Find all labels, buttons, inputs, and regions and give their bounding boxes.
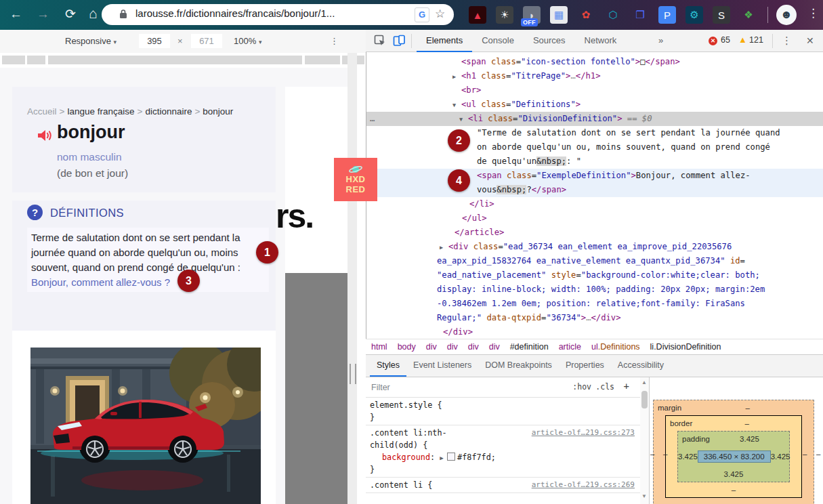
dom-tree-node[interactable]: vous&nbsp;?</span> <box>366 183 823 197</box>
device-mode-select[interactable]: Responsive ▾ <box>65 36 117 46</box>
car-ad-image[interactable] <box>30 348 261 504</box>
breadcrumb-node[interactable]: div <box>489 342 500 352</box>
margin-top-value[interactable]: – <box>681 400 814 415</box>
dom-tree-node[interactable]: </article> <box>366 226 823 240</box>
reload-icon[interactable]: ⟳ <box>65 6 76 22</box>
tab-dom-breakpoints[interactable]: DOM Breakpoints <box>478 355 559 377</box>
dom-tree-node[interactable]: </ul> <box>366 211 823 226</box>
dom-tree-node[interactable]: Regular;" data-qtxpid="36734">…</div> <box>366 311 823 325</box>
breadcrumb-node[interactable]: body <box>398 342 416 352</box>
scroll-down-icon[interactable]: ▼ <box>641 493 647 499</box>
screenshot-extension[interactable]: ▦ <box>550 6 568 24</box>
url-text[interactable]: larousse.fr/dictionnaires/francais/bonjo… <box>135 7 335 19</box>
margin-bottom-value[interactable]: – <box>654 498 814 504</box>
style-rule[interactable]: .content li:nth-article-olf…219.css:273c… <box>366 425 640 478</box>
style-rule-line[interactable]: .content li {article-olf…219.css:269 <box>366 479 640 491</box>
dom-tree-node[interactable]: …▼<li class="DivisionDefinition"> == $0 <box>366 112 823 126</box>
pushbullet-extension[interactable]: P <box>658 6 676 24</box>
breadcrumb-node[interactable]: div <box>447 342 458 352</box>
breadcrumb-node[interactable]: #definition <box>510 342 549 352</box>
style-rule-line[interactable]: } <box>366 463 640 476</box>
color-swatch[interactable] <box>447 453 455 461</box>
dom-tree-node[interactable]: ▶<h1 class="TitrePage">…</h1> <box>366 69 823 83</box>
style-rule[interactable]: .content li {article-olf…219.css:269 <box>366 478 640 493</box>
viewport-width-input[interactable]: 395 <box>139 34 170 48</box>
pronounce-speaker-icon[interactable] <box>37 128 53 143</box>
address-bar[interactable]: larousse.fr/dictionnaires/francais/bonjo… <box>102 4 454 25</box>
tab-properties[interactable]: Properties <box>559 355 611 377</box>
dom-tree-node[interactable]: -0.38462em 1.2em 0em; position: relative… <box>366 297 823 311</box>
breadcrumb-node[interactable]: html <box>371 342 387 352</box>
breadcrumb-node[interactable]: article <box>559 342 581 352</box>
styles-filter-input[interactable] <box>370 380 542 395</box>
device-toolbar-toggle-icon[interactable] <box>393 35 406 47</box>
tab-network[interactable]: Network <box>575 30 627 52</box>
profile-avatar[interactable]: ☻ <box>776 5 797 25</box>
dom-tree-node[interactable]: de quelqu'un&nbsp;: " <box>366 154 823 169</box>
viewport-height-input[interactable]: 671 <box>191 34 222 48</box>
breadcrumb-node[interactable]: ul.Definitions <box>591 342 640 352</box>
acrobat-extension[interactable]: ▲ <box>469 6 486 24</box>
adblock-off-extension[interactable]: ◗OFF <box>523 6 541 24</box>
hxd-red-extension-badge[interactable]: HXD RED <box>334 158 377 201</box>
word-class-link[interactable]: nom masculin <box>57 151 122 163</box>
dom-tree-node[interactable]: "Terme de salutation dont on se sert pen… <box>366 126 823 140</box>
warning-icon[interactable]: ▲ <box>738 35 747 45</box>
dom-tree-node[interactable]: </div> <box>366 325 823 339</box>
tab-event-listeners[interactable]: Event Listeners <box>406 355 478 377</box>
twisty-collapsed-icon[interactable]: ▶ <box>452 70 461 84</box>
margin-left-value[interactable]: – <box>663 448 667 459</box>
scroll-up-icon[interactable]: ▲ <box>641 379 647 385</box>
twisty-expanded-icon[interactable]: ▼ <box>459 112 468 127</box>
lightbulb-extension[interactable]: ☀ <box>496 6 513 24</box>
gear-extension[interactable]: ⚙ <box>685 6 703 24</box>
node-menu-dots-icon[interactable]: … <box>370 112 375 126</box>
inspect-element-icon[interactable] <box>374 35 386 47</box>
box-model-content[interactable]: 336.450 × 83.200 <box>698 450 771 463</box>
stylesheet-link[interactable]: article-olf…219.css:269 <box>532 479 635 491</box>
twisty-collapsed-icon[interactable]: ▶ <box>440 240 448 255</box>
box-model-border[interactable]: border – padding 3.425 3.425 336.450 × 8… <box>665 415 802 498</box>
padding-top-value[interactable]: 3.425 <box>710 432 789 446</box>
breadcrumb-item-bonjour[interactable]: bonjour <box>203 106 233 117</box>
tab-sources[interactable]: Sources <box>524 30 575 52</box>
box-model-padding[interactable]: padding 3.425 3.425 336.450 × 83.200 3.4… <box>677 431 790 482</box>
forward-icon[interactable]: → <box>37 6 49 22</box>
evernote-extension[interactable]: ❖ <box>740 6 757 24</box>
tab-elements[interactable]: Elements <box>417 30 472 52</box>
box-model-margin[interactable]: margin – border – padding 3.425 3.425 33… <box>653 400 814 504</box>
error-count[interactable]: 65 <box>721 35 730 45</box>
warning-count[interactable]: 121 <box>749 35 763 45</box>
dom-tree-node[interactable]: </li> <box>366 197 823 211</box>
scrollbar-thumb[interactable] <box>641 391 648 408</box>
photos-extension[interactable]: ✿ <box>577 6 595 24</box>
browser-menu-icon[interactable]: ⋮ <box>807 6 819 20</box>
dom-tree-node[interactable]: <br> <box>366 83 823 98</box>
dom-tree-node[interactable]: "ead_native_placement" style="background… <box>366 268 823 282</box>
border-bottom-value[interactable]: – <box>666 482 801 497</box>
lock-icon[interactable] <box>119 9 127 19</box>
translate-icon[interactable]: G <box>415 7 429 22</box>
breadcrumb-item-langue-française[interactable]: langue française <box>67 106 134 117</box>
zoom-select[interactable]: 100% ▾ <box>234 36 261 46</box>
border-top-value[interactable]: – <box>692 416 801 431</box>
home-icon[interactable]: ⌂ <box>89 5 98 22</box>
tab-console[interactable]: Console <box>472 30 524 52</box>
back-icon[interactable]: ← <box>9 6 22 22</box>
breadcrumb-item-dictionnaire[interactable]: dictionnaire <box>145 106 192 117</box>
style-rule-line[interactable]: .content li:nth-article-olf…219.css:273 <box>366 427 640 439</box>
dom-tree-node[interactable]: display: inline-block; width: 100%; padd… <box>366 282 823 297</box>
class-toggle-button[interactable]: .cls <box>595 382 614 392</box>
definition-example-link[interactable]: Bonjour, comment allez-vous ? <box>31 275 265 290</box>
tab-styles[interactable]: Styles <box>370 355 406 377</box>
clipboard-extension[interactable]: ❐ <box>631 6 649 24</box>
splitter-handle[interactable] <box>350 364 356 384</box>
devtools-close-icon[interactable]: ✕ <box>806 35 814 46</box>
dom-tree-node[interactable]: ▶<div class="ead_36734 ean_element ea_im… <box>366 240 823 254</box>
style-rule-line[interactable]: background: ▶ #f8f7fd; <box>366 451 640 463</box>
twisty-expanded-icon[interactable]: ▼ <box>452 98 461 112</box>
dom-tree-node[interactable]: ▼<ul class="Definitions"> <box>366 98 823 112</box>
breadcrumb-node[interactable]: div <box>468 342 479 352</box>
breadcrumb-node[interactable]: li.DivisionDefinition <box>650 342 721 352</box>
breadcrumb-node[interactable]: div <box>426 342 437 352</box>
